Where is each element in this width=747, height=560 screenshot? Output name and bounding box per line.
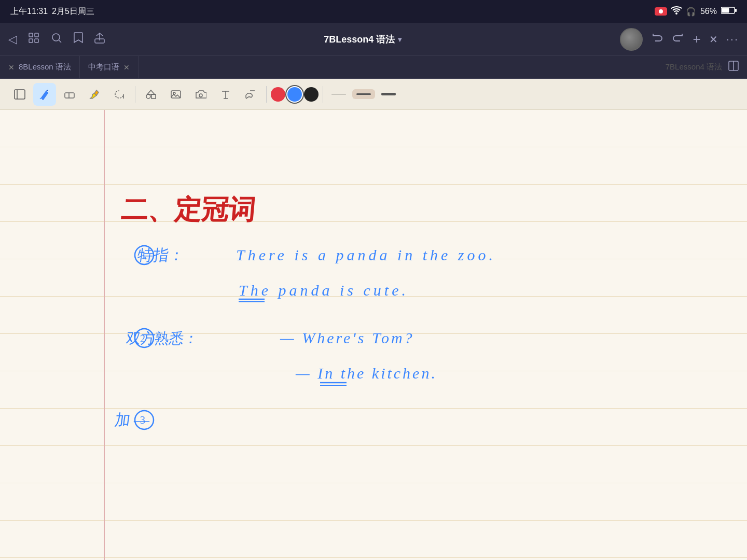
- nav-bar: ◁ 7BLesson4: [0, 23, 747, 56]
- thickness-thick[interactable]: [377, 93, 400, 95]
- svg-rect-12: [15, 90, 25, 99]
- note-area: 二、定冠词 1 特指： There is a panda in the zoo.…: [0, 110, 747, 560]
- battery-percent: 56%: [700, 7, 717, 16]
- tabs-bar: ✕ 8BLesson 语法 中考口语 ✕ 7BLesson4 语法: [0, 56, 747, 79]
- svg-rect-3: [29, 33, 33, 37]
- title-section: 二、定冠词: [120, 194, 257, 225]
- thickness-thin[interactable]: [327, 94, 350, 94]
- svg-marker-20: [147, 90, 155, 94]
- time: 上午11:31: [10, 6, 48, 17]
- tab-close-8b[interactable]: ✕: [8, 63, 15, 72]
- svg-rect-5: [29, 39, 33, 43]
- user-avatar: [620, 28, 643, 51]
- more-button[interactable]: ···: [726, 33, 739, 46]
- svg-rect-15: [65, 93, 74, 98]
- nav-right-icons: + ✕ ···: [651, 31, 739, 47]
- lined-paper: 二、定冠词 1 特指： There is a panda in the zoo.…: [0, 110, 747, 560]
- tab-8blesson[interactable]: ✕ 8BLesson 语法: [0, 56, 80, 78]
- close-button[interactable]: ✕: [709, 33, 718, 46]
- toolbar-separator-2: [266, 86, 267, 103]
- svg-text:— Where's Tom?: — Where's Tom?: [280, 329, 414, 346]
- status-left: 上午11:31 2月5日周三: [10, 6, 94, 17]
- lasso-tool-button[interactable]: [108, 83, 131, 106]
- add-button[interactable]: +: [693, 31, 700, 47]
- status-bar: 上午11:31 2月5日周三 🎧 56%: [0, 0, 747, 23]
- svg-text:双方熟悉：: 双方熟悉：: [125, 330, 200, 346]
- svg-rect-1: [722, 8, 729, 13]
- brush-tool-button[interactable]: [239, 83, 262, 106]
- battery-icon: [721, 6, 737, 17]
- svg-rect-6: [35, 39, 38, 43]
- undo-button[interactable]: [651, 32, 663, 47]
- date: 2月5日周三: [52, 6, 94, 17]
- svg-point-23: [199, 94, 202, 97]
- section-2: 2 双方熟悉： — Where's Tom? — In the kitchen.: [125, 329, 437, 385]
- redo-button[interactable]: [672, 32, 684, 47]
- grid-button[interactable]: [27, 32, 40, 47]
- sidebar-tool-button[interactable]: [8, 83, 31, 106]
- svg-rect-4: [35, 33, 38, 37]
- toolbar-separator-3: [323, 86, 323, 103]
- split-view-icon[interactable]: [728, 61, 739, 74]
- share-button[interactable]: [94, 32, 105, 47]
- tab-label-8b: 8BLesson 语法: [19, 62, 71, 72]
- margin-line: [104, 110, 105, 560]
- svg-rect-19: [151, 94, 156, 99]
- tab-label-zhongkao: 中考口语: [88, 62, 119, 72]
- svg-text:The panda  is   cute.: The panda is cute.: [239, 282, 409, 299]
- eraser-tool-button[interactable]: [58, 83, 81, 106]
- back-button[interactable]: ◁: [8, 33, 17, 46]
- nav-title: 7BLesson4 语法 ▾: [114, 33, 612, 46]
- color-black[interactable]: [304, 87, 319, 102]
- tab-label-7b: 7BLesson4 语法: [666, 62, 722, 72]
- svg-text:— In the kitchen.: — In the kitchen.: [295, 365, 437, 382]
- thickness-medium[interactable]: [352, 89, 375, 99]
- camera-tool-button[interactable]: [189, 83, 212, 106]
- toolbar: [0, 79, 747, 110]
- section-1: 1 特指： There is a panda in the zoo. The p…: [135, 246, 496, 302]
- pen-tool-button[interactable]: [33, 83, 56, 106]
- nav-left-icons: ◁: [8, 32, 105, 47]
- dropdown-arrow[interactable]: ▾: [398, 35, 402, 44]
- tab-zhongkao[interactable]: 中考口语 ✕: [80, 56, 139, 78]
- toolbar-separator-1: [135, 86, 135, 103]
- section-3: 3 加 —: [114, 411, 154, 429]
- highlighter-tool-button[interactable]: [83, 83, 106, 106]
- svg-point-7: [52, 34, 60, 41]
- headphone-icon: 🎧: [686, 7, 696, 17]
- tab-close-zhongkao[interactable]: ✕: [123, 63, 130, 72]
- search-button[interactable]: [50, 32, 63, 47]
- svg-text:特指：: 特指：: [136, 246, 185, 264]
- svg-rect-2: [735, 9, 737, 12]
- handwriting-canvas[interactable]: 二、定冠词 1 特指： There is a panda in the zoo.…: [0, 110, 747, 560]
- image-tool-button[interactable]: [164, 83, 187, 106]
- record-indicator: [655, 7, 667, 16]
- shapes-tool-button[interactable]: [140, 83, 162, 106]
- svg-text:There is  a  panda  in  the  z: There is a panda in the zoo.: [236, 246, 496, 263]
- text-tool-button[interactable]: [214, 83, 237, 106]
- svg-line-8: [59, 40, 62, 43]
- svg-text:加 —: 加 —: [114, 411, 151, 429]
- tab-right-panel: 7BLesson4 语法: [657, 56, 747, 78]
- svg-point-18: [146, 94, 150, 99]
- svg-text:二、定冠词: 二、定冠词: [120, 194, 257, 225]
- status-right: 🎧 56%: [655, 6, 737, 17]
- color-blue[interactable]: [287, 87, 302, 102]
- bookmark-button[interactable]: [73, 32, 84, 47]
- color-red[interactable]: [271, 87, 285, 102]
- svg-line-14: [40, 98, 41, 99]
- wifi-icon: [671, 6, 682, 17]
